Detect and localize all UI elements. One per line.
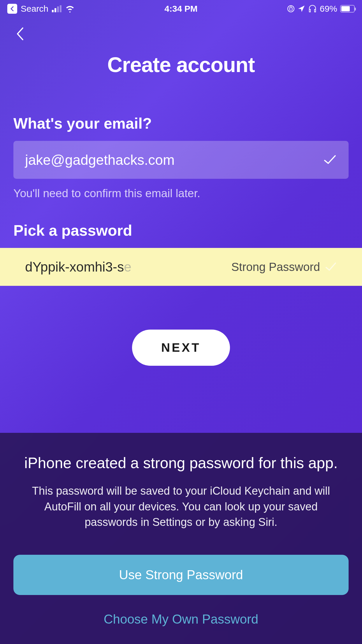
email-helper: You'll need to confirm this email later.: [13, 187, 349, 200]
sheet-body: This password will be saved to your iClo…: [13, 483, 349, 530]
checkmark-icon: [323, 154, 337, 166]
signup-form: What's your email? jake@gadgethacks.com …: [0, 115, 362, 366]
status-right: 69%: [287, 4, 355, 14]
strong-password-sheet: iPhone created a strong password for thi…: [0, 433, 362, 644]
password-label: Pick a password: [13, 222, 349, 239]
password-input[interactable]: dYppik-xomhi3-se Strong Password: [0, 248, 362, 286]
password-value: dYppik-xomhi3-se: [25, 259, 231, 275]
back-app-label[interactable]: Search: [21, 4, 48, 14]
status-bar: Search 4:34 PM 69%: [0, 0, 362, 18]
choose-own-password-button[interactable]: Choose My Own Password: [13, 612, 349, 626]
nav-bar: [0, 18, 362, 43]
email-value: jake@gadgethacks.com: [25, 152, 323, 168]
location-icon: [298, 5, 305, 13]
page-title: Create account: [0, 53, 362, 77]
sheet-title: iPhone created a strong password for thi…: [13, 453, 349, 473]
email-section: What's your email? jake@gadgethacks.com …: [13, 115, 349, 200]
orientation-lock-icon: [287, 5, 295, 13]
next-button[interactable]: NEXT: [132, 330, 230, 366]
next-button-wrap: NEXT: [13, 330, 349, 366]
cellular-signal-icon: [52, 5, 61, 12]
back-button[interactable]: [15, 26, 347, 43]
wifi-icon: [65, 5, 75, 13]
checkmark-icon: [325, 262, 337, 272]
status-left: Search: [7, 4, 75, 14]
battery-percent: 69%: [320, 4, 337, 14]
battery-icon: [340, 5, 355, 13]
password-section: Pick a password dYppik-xomhi3-se Strong …: [13, 222, 349, 286]
headphones-icon: [308, 5, 317, 13]
email-input[interactable]: jake@gadgethacks.com: [13, 141, 349, 179]
password-strength-label: Strong Password: [231, 260, 320, 274]
email-label: What's your email?: [13, 115, 349, 132]
back-to-search-icon[interactable]: [7, 4, 17, 14]
use-strong-password-button[interactable]: Use Strong Password: [13, 555, 349, 595]
status-time: 4:34 PM: [164, 4, 197, 14]
